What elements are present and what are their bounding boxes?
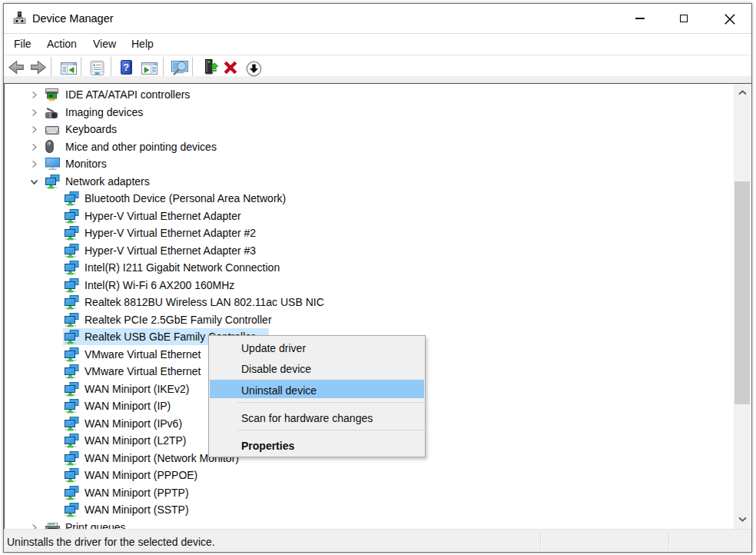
svg-text:?: ? (123, 61, 129, 73)
